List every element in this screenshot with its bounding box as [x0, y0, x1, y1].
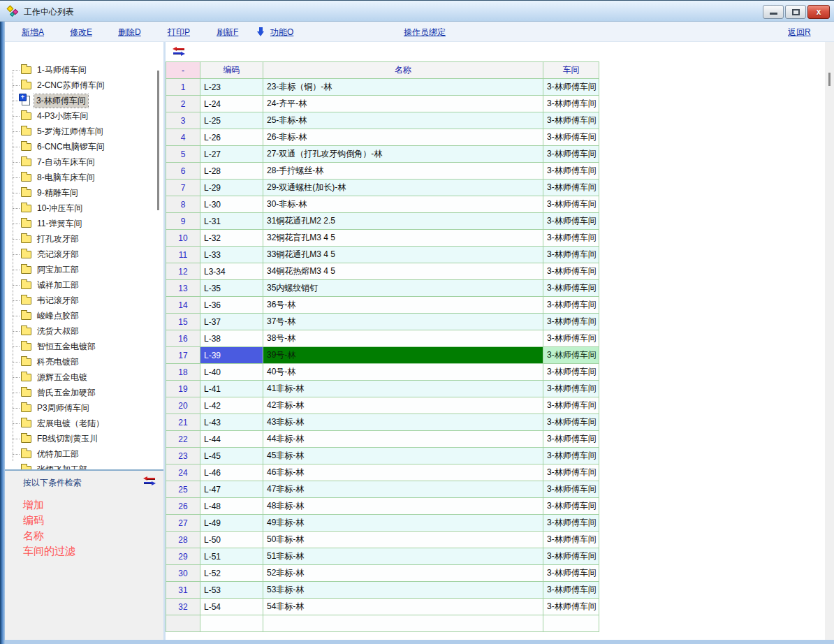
- workshop-cell[interactable]: 3-林师傅车间: [543, 180, 599, 196]
- tree-item[interactable]: 6-CNC电脑锣车间: [5, 139, 163, 154]
- name-cell[interactable]: 40号-林: [263, 364, 543, 381]
- code-cell[interactable]: L-32: [200, 230, 263, 247]
- modify-button[interactable]: 修改E: [70, 27, 92, 38]
- table-row[interactable]: 8L-3030-非标-林3-林师傅车间: [166, 196, 599, 213]
- tree-item[interactable]: P3周师傅车间: [5, 400, 163, 416]
- table-row[interactable]: 19L-4141非标-林3-林师傅车间: [166, 381, 599, 397]
- functions-button[interactable]: 功能O: [270, 27, 293, 38]
- back-button[interactable]: 返回R: [788, 27, 811, 38]
- row-number-cell[interactable]: 25: [166, 481, 200, 498]
- tree-item[interactable]: 5-罗海江师傅车间: [5, 124, 163, 139]
- row-number-cell[interactable]: 12: [166, 263, 200, 280]
- vertical-scrollbar[interactable]: [825, 42, 834, 641]
- row-number-cell[interactable]: 20: [166, 397, 200, 414]
- code-cell[interactable]: L-46: [200, 464, 263, 481]
- table-row[interactable]: 25L-4747非标-林3-林师傅车间: [166, 481, 599, 498]
- name-cell[interactable]: 34铜花热熔M3 4 5: [263, 263, 543, 280]
- name-cell[interactable]: 24-齐平-林: [263, 96, 543, 112]
- minimize-button[interactable]: [763, 5, 784, 19]
- table-row[interactable]: 9L-3131铜花通孔M2 2.53-林师傅车间: [166, 213, 599, 230]
- tree-item[interactable]: 峻峰点胶部: [5, 308, 163, 323]
- workshop-cell[interactable]: 3-林师傅车间: [543, 112, 599, 129]
- table-row[interactable]: 24L-4646非标-林3-林师傅车间: [166, 464, 599, 481]
- name-cell[interactable]: 46非标-林: [263, 464, 543, 481]
- table-row[interactable]: 18L-4040号-林3-林师傅车间: [166, 364, 599, 381]
- tree-item[interactable]: 曾氏五金加硬部: [5, 385, 163, 400]
- column-header-name[interactable]: 名称: [263, 62, 543, 79]
- scrollbar-thumb[interactable]: [828, 73, 831, 86]
- name-cell[interactable]: 39号-林: [263, 347, 543, 364]
- row-number-cell[interactable]: 6: [166, 163, 200, 180]
- name-cell[interactable]: 38号-林: [263, 330, 543, 347]
- code-cell[interactable]: L-45: [200, 448, 263, 464]
- name-cell[interactable]: 49非标-林: [263, 515, 543, 532]
- code-cell[interactable]: L-28: [200, 163, 263, 180]
- workshop-cell[interactable]: 3-林师傅车间: [543, 247, 599, 263]
- tree-item[interactable]: 8-电脑车床车间: [5, 170, 163, 185]
- filter-link-workshop[interactable]: 车间的过滤: [23, 543, 75, 559]
- workshop-cell[interactable]: 3-林师傅车间: [543, 448, 599, 464]
- add-button[interactable]: 新增A: [22, 27, 44, 38]
- row-number-cell[interactable]: 28: [166, 532, 200, 548]
- row-number-cell[interactable]: 7: [166, 180, 200, 196]
- workshop-cell[interactable]: 3-林师傅车间: [543, 213, 599, 230]
- workshop-cell[interactable]: 3-林师傅车间: [543, 582, 599, 599]
- code-cell[interactable]: L-41: [200, 381, 263, 397]
- table-row[interactable]: 30L-5252非标-林3-林师傅车间: [166, 565, 599, 582]
- name-cell[interactable]: 31铜花通孔M2 2.5: [263, 213, 543, 230]
- code-cell[interactable]: L-53: [200, 582, 263, 599]
- workshop-cell[interactable]: 3-林师傅车间: [543, 96, 599, 112]
- row-number-cell[interactable]: 11: [166, 247, 200, 263]
- name-cell[interactable]: 30-非标-林: [263, 196, 543, 213]
- name-cell[interactable]: 35内螺纹销钉: [263, 280, 543, 297]
- table-row[interactable]: 1L-2323-非标（铜）-林3-林师傅车间: [166, 79, 599, 96]
- name-cell[interactable]: 41非标-林: [263, 381, 543, 397]
- workshop-cell[interactable]: 3-林师傅车间: [543, 599, 599, 615]
- name-cell[interactable]: 51非标-林: [263, 548, 543, 565]
- workshop-cell[interactable]: 3-林师傅车间: [543, 397, 599, 414]
- row-number-cell[interactable]: 23: [166, 448, 200, 464]
- workshop-cell[interactable]: 3-林师傅车间: [543, 515, 599, 532]
- row-number-cell[interactable]: 17: [166, 347, 200, 364]
- tree-item[interactable]: 优特加工部: [5, 446, 163, 462]
- name-cell[interactable]: 48非标-林: [263, 498, 543, 515]
- workshop-cell[interactable]: 3-林师傅车间: [543, 414, 599, 431]
- code-cell[interactable]: L-25: [200, 112, 263, 129]
- workshop-cell[interactable]: 3-林师傅车间: [543, 314, 599, 330]
- workshop-cell[interactable]: 3-林师傅车间: [543, 146, 599, 163]
- workshop-cell[interactable]: 3-林师傅车间: [543, 381, 599, 397]
- tree-item[interactable]: 诚祥加工部: [5, 277, 163, 293]
- name-cell[interactable]: 23-非标（铜）-林: [263, 79, 543, 96]
- row-number-cell[interactable]: 24: [166, 464, 200, 481]
- code-cell[interactable]: L-49: [200, 515, 263, 532]
- table-row[interactable]: 26L-4848非标-林3-林师傅车间: [166, 498, 599, 515]
- table-row[interactable]: 10L-3232铜花盲孔M3 4 53-林师傅车间: [166, 230, 599, 247]
- name-cell[interactable]: 53非标-林: [263, 582, 543, 599]
- table-row[interactable]: 28L-5050非标-林3-林师傅车间: [166, 532, 599, 548]
- row-number-cell[interactable]: 18: [166, 364, 200, 381]
- operator-bind-button[interactable]: 操作员绑定: [404, 27, 446, 38]
- table-row[interactable]: 27L-4949非标-林3-林师傅车间: [166, 515, 599, 532]
- row-number-cell[interactable]: 1: [166, 79, 200, 96]
- name-cell[interactable]: 25-非标-林: [263, 112, 543, 129]
- table-row[interactable]: 16L-3838号-林3-林师傅车间: [166, 330, 599, 347]
- tree-item[interactable]: 9-精雕车间: [5, 185, 163, 200]
- row-number-cell[interactable]: 29: [166, 548, 200, 565]
- row-number-cell[interactable]: 13: [166, 280, 200, 297]
- row-number-cell[interactable]: 27: [166, 515, 200, 532]
- code-cell[interactable]: L3-34: [200, 263, 263, 280]
- code-cell[interactable]: L-43: [200, 414, 263, 431]
- table-row[interactable]: 7L-2929-双通螺柱(加长)-林3-林师傅车间: [166, 180, 599, 196]
- tree-item[interactable]: 打孔攻牙部: [5, 231, 163, 247]
- name-cell[interactable]: 29-双通螺柱(加长)-林: [263, 180, 543, 196]
- tree-item[interactable]: 韦记滚牙部: [5, 293, 163, 308]
- swap-arrows-icon[interactable]: [173, 47, 185, 56]
- workshop-cell[interactable]: 3-林师傅车间: [543, 330, 599, 347]
- workshop-cell[interactable]: 3-林师傅车间: [543, 280, 599, 297]
- code-cell[interactable]: L-48: [200, 498, 263, 515]
- workshop-cell[interactable]: 3-林师傅车间: [543, 532, 599, 548]
- table-row[interactable]: 6L-2828-手拧螺丝-林3-林师傅车间: [166, 163, 599, 180]
- tree-item[interactable]: 宏展电镀（老陆）: [5, 416, 163, 431]
- table-row[interactable]: 15L-3737号-林3-林师傅车间: [166, 314, 599, 330]
- name-cell[interactable]: 52非标-林: [263, 565, 543, 582]
